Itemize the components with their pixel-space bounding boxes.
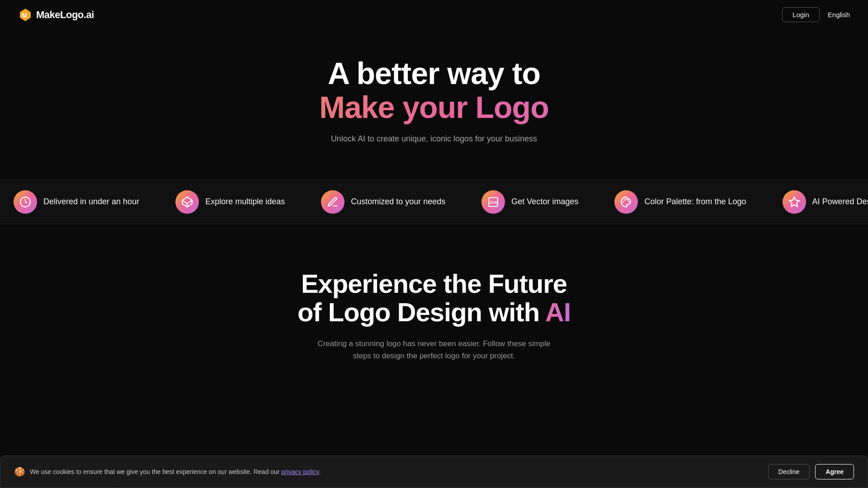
features-ticker: Delivered in under an hour Explore multi… — [0, 180, 868, 224]
svg-point-9 — [627, 199, 628, 200]
logo[interactable]: M MakeLogo.ai — [18, 8, 94, 22]
cookie-link-suffix: . — [319, 468, 321, 475]
header: M MakeLogo.ai Login English — [0, 0, 868, 29]
language-selector[interactable]: English — [828, 11, 850, 19]
ticker-track: Delivered in under an hour Explore multi… — [0, 180, 868, 224]
hero-title-line1: A better way to — [18, 56, 850, 90]
cookie-message: 🍪 We use cookies to ensure that we give … — [14, 466, 321, 477]
header-right: Login English — [782, 7, 850, 22]
ticker-icon-circle — [783, 190, 806, 214]
ticker-icon-circle — [614, 190, 638, 214]
ticker-item: Delivered in under an hour — [0, 180, 162, 224]
ticker-icon-circle — [175, 190, 199, 214]
future-section: Experience the Future of Logo Design wit… — [0, 224, 868, 389]
future-title: Experience the Future of Logo Design wit… — [18, 269, 850, 327]
cookie-message-text: We use cookies to ensure that we give yo… — [30, 468, 321, 475]
svg-marker-11 — [789, 197, 799, 206]
ticker-item-label: AI Powered Design — [812, 197, 868, 206]
ticker-item: Explore multiple ideas — [162, 180, 307, 224]
hero-section: A better way to Make your Logo Unlock AI… — [0, 29, 868, 166]
privacy-policy-link[interactable]: privacy policy — [281, 468, 319, 475]
ticker-icon-circle — [321, 190, 344, 214]
cookie-banner: 🍪 We use cookies to ensure that we give … — [0, 455, 868, 488]
ticker-icon-circle — [14, 190, 37, 214]
svg-text:SVG: SVG — [490, 200, 499, 205]
future-title-line2: of Logo Design with AI — [297, 297, 571, 327]
ticker-item-label: Color Palette: from the Logo — [644, 197, 746, 206]
hero-subtitle: Unlock AI to create unique, iconic logos… — [18, 134, 850, 144]
cookie-icon: 🍪 — [14, 466, 25, 477]
ticker-item: SVG Get Vector images — [468, 180, 601, 224]
cookie-actions: Decline Agree — [768, 464, 854, 479]
future-title-line1: Experience the Future — [301, 269, 567, 298]
cookie-agree-button[interactable]: Agree — [815, 464, 854, 479]
cookie-text-part: We use cookies to ensure that we give yo… — [30, 468, 281, 475]
login-button[interactable]: Login — [782, 7, 820, 22]
ticker-item: Customized to your needs — [307, 180, 468, 224]
ticker-icon-circle: SVG — [481, 190, 505, 214]
svg-point-7 — [623, 201, 624, 202]
svg-point-8 — [624, 199, 626, 200]
ticker-item-label: Get Vector images — [511, 197, 578, 206]
logo-icon: M — [18, 8, 33, 22]
svg-point-10 — [628, 201, 630, 202]
ticker-item: AI Powered Design — [769, 180, 868, 224]
cookie-decline-button[interactable]: Decline — [768, 464, 810, 479]
ticker-item: Color Palette: from the Logo — [601, 180, 769, 224]
hero-title-line2: Make your Logo — [18, 90, 850, 124]
ticker-item-label: Explore multiple ideas — [205, 197, 285, 206]
ticker-item-label: Delivered in under an hour — [43, 197, 139, 206]
ticker-item-label: Customized to your needs — [351, 197, 445, 206]
logo-text: MakeLogo.ai — [36, 9, 94, 21]
future-subtitle: Creating a stunning logo has never been … — [316, 338, 552, 362]
svg-text:M: M — [22, 12, 27, 19]
